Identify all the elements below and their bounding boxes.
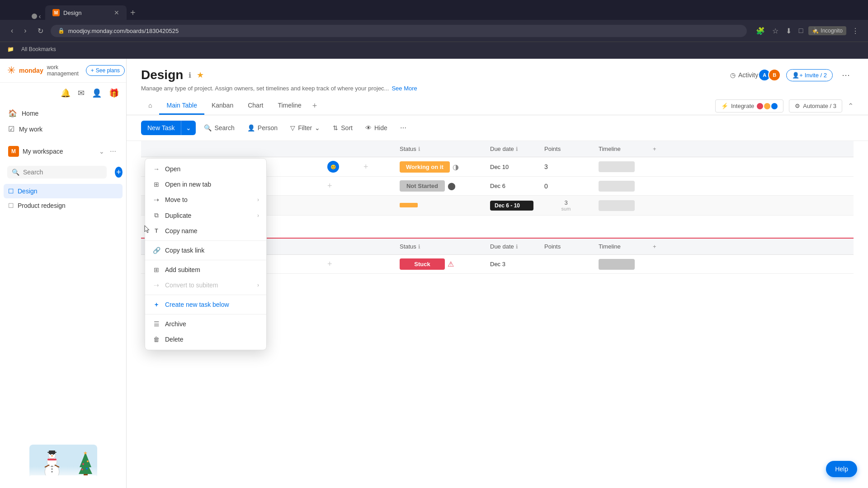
automate-button[interactable]: ⚙ Automate / 3 — [789, 99, 842, 113]
search-add-row: 🔍 + — [0, 162, 126, 182]
svg-point-19 — [86, 468, 88, 469]
th2-due-date: Due date ℹ — [485, 239, 539, 254]
collapse-button[interactable]: ⌃ — [848, 102, 854, 110]
ctx-item-archive[interactable]: ☰ Archive — [145, 316, 266, 332]
person-button[interactable]: 👤 Person — [243, 122, 282, 134]
tab-timeline[interactable]: Timeline — [270, 97, 308, 115]
ctx-item-move-to[interactable]: ⇢ Move to › — [145, 192, 266, 207]
invite-button[interactable]: 👤+ Invite / 2 — [786, 69, 833, 81]
add-board-button[interactable]: + — [115, 167, 123, 178]
hide-button[interactable]: 👁 Hide — [361, 122, 392, 134]
home-tab-icon[interactable]: ⌂ — [141, 97, 159, 115]
ctx-move-arrow: › — [257, 197, 259, 203]
ctx-convert-label: Convert to subitem — [165, 282, 218, 289]
svg-rect-6 — [47, 459, 57, 460]
download-icon[interactable]: ⬇ — [784, 25, 793, 37]
ctx-item-delete[interactable]: 🗑 Delete — [145, 332, 266, 347]
tab-chart[interactable]: Chart — [241, 97, 270, 115]
people-icon[interactable]: 👤 — [90, 86, 104, 100]
ctx-item-add-subitem[interactable]: ⊞ Add subitem — [145, 262, 266, 277]
star-icon[interactable]: ★ — [197, 70, 204, 80]
context-menu: → Open ⊞ Open in new tab ⇢ Move to › ⧉ D… — [145, 158, 267, 350]
task1-avatar1: 😊 — [327, 161, 339, 173]
task2-add-person[interactable]: + — [327, 181, 332, 191]
home-label: Home — [22, 110, 38, 117]
profile-icon[interactable]: □ — [797, 25, 805, 37]
ctx-copy-name-label: Copy name — [165, 227, 198, 235]
new-task-dropdown-arrow[interactable]: ⌄ — [181, 121, 196, 135]
search-button[interactable]: 🔍 Search — [199, 122, 239, 134]
ctx-item-open-new-tab[interactable]: ⊞ Open in new tab — [145, 177, 266, 192]
th-add[interactable]: + — [647, 141, 675, 157]
board-toolbar: New Task ⌄ 🔍 Search 👤 Person ▽ Filter ⌄ … — [127, 115, 868, 141]
sidebar-item-my-work[interactable]: ☑ My work — [4, 121, 123, 137]
board-title-row: Design ℹ ★ ◷ Activity A B 👤+ Invite / 2 — [141, 68, 854, 82]
address-bar[interactable]: 🔒 moodjoy.monday.com/boards/1830420525 — [51, 25, 747, 37]
help-button[interactable]: Help — [826, 461, 857, 477]
menu-icon[interactable]: ⋮ — [850, 25, 861, 37]
board-desc: Manage any type of project. Assign owner… — [141, 85, 854, 97]
task1-status-badge[interactable]: Working on it — [400, 161, 450, 173]
search-input[interactable] — [23, 169, 102, 176]
integrate-button[interactable]: ⚡ Integrate — [715, 99, 783, 113]
gift-icon[interactable]: 🎁 — [107, 86, 121, 100]
tab-close-button[interactable]: ✕ — [114, 9, 119, 16]
sidebar-item-home[interactable]: 🏠 Home — [4, 105, 123, 121]
forward-button[interactable]: › — [20, 25, 30, 37]
search-bar[interactable]: 🔍 — [7, 166, 107, 178]
ctx-item-open[interactable]: → Open — [145, 161, 266, 177]
refresh-button[interactable]: ↻ — [34, 25, 47, 37]
td-task3-person2 — [358, 261, 394, 268]
bookmark-icon[interactable]: ☆ — [770, 25, 780, 37]
ctx-separator-3 — [145, 295, 266, 295]
my-work-label: My work — [19, 126, 42, 133]
ctx-item-duplicate[interactable]: ⧉ Duplicate › — [145, 207, 266, 223]
board-item-product-redesign[interactable]: ☐ Product redesign — [4, 198, 123, 213]
notification-icon[interactable]: 🔔 — [59, 86, 72, 100]
new-task-button[interactable]: New Task ⌄ — [141, 121, 196, 135]
task1-add-person[interactable]: + — [363, 162, 368, 172]
board-more-button[interactable]: ⋯ — [838, 68, 854, 82]
task3-status-badge[interactable]: Stuck — [400, 258, 445, 270]
activity-button[interactable]: ◷ Activity A B — [730, 69, 781, 81]
task2-status-badge[interactable]: Not Started — [400, 180, 445, 192]
task3-add-person[interactable]: + — [327, 259, 332, 269]
td-task3-extra — [647, 261, 675, 268]
new-task-label[interactable]: New Task — [141, 121, 181, 135]
extensions-icon[interactable]: 🧩 — [754, 25, 767, 37]
td-task1-person1: 😊 — [322, 157, 358, 176]
tab-kanban[interactable]: Kanban — [204, 97, 241, 115]
see-plans-button[interactable]: + See plans — [86, 65, 125, 76]
board-description: Manage any type of project. Assign owner… — [141, 85, 389, 92]
add-view-button[interactable]: + — [309, 98, 321, 114]
gf1-points: 3sum — [539, 196, 593, 215]
workspace-expand-button[interactable]: ⌄ — [97, 147, 106, 156]
ctx-copy-link-label: Copy task link — [165, 247, 204, 254]
tab-main-table[interactable]: Main Table — [159, 97, 204, 115]
ctx-create-label: Create new task below — [165, 301, 229, 308]
sort-button[interactable]: ⇅ Sort — [328, 122, 357, 134]
back-button[interactable]: ‹ — [7, 25, 17, 37]
see-more-link[interactable]: See More — [392, 85, 417, 92]
more-options-button[interactable]: ⋯ — [396, 122, 411, 134]
board-item-design[interactable]: ☐ Design — [4, 184, 123, 198]
inbox-icon[interactable]: ✉ — [76, 86, 86, 100]
new-tab-button[interactable]: + — [127, 6, 139, 20]
ctx-item-copy-name[interactable]: T Copy name — [145, 223, 266, 239]
ctx-add-subitem-label: Add subitem — [165, 266, 200, 273]
workspace-more-button[interactable]: ⋯ — [108, 147, 118, 156]
info-icon[interactable]: ℹ — [189, 71, 191, 80]
sort-icon: ⇅ — [333, 124, 338, 131]
tab-title: Design — [63, 9, 81, 16]
ctx-item-create-new-task[interactable]: + Create new task below — [145, 297, 266, 312]
browser-tab-design[interactable]: M Design ✕ — [45, 5, 127, 20]
app-logo-icon: ✳ — [7, 65, 15, 76]
automate-icon: ⚙ — [795, 103, 800, 109]
th2-add[interactable]: + — [647, 239, 675, 254]
ctx-item-copy-link[interactable]: 🔗 Copy task link — [145, 243, 266, 258]
tab-right-actions: ⚡ Integrate ⚙ Automate / 3 ⌃ — [715, 99, 854, 113]
workspace-header[interactable]: M My workspace ⌄ ⋯ — [4, 142, 123, 160]
filter-button[interactable]: ▽ Filter ⌄ — [286, 122, 325, 134]
check-icon: ☑ — [8, 125, 14, 133]
board-header: Design ℹ ★ ◷ Activity A B 👤+ Invite / 2 — [127, 59, 868, 115]
